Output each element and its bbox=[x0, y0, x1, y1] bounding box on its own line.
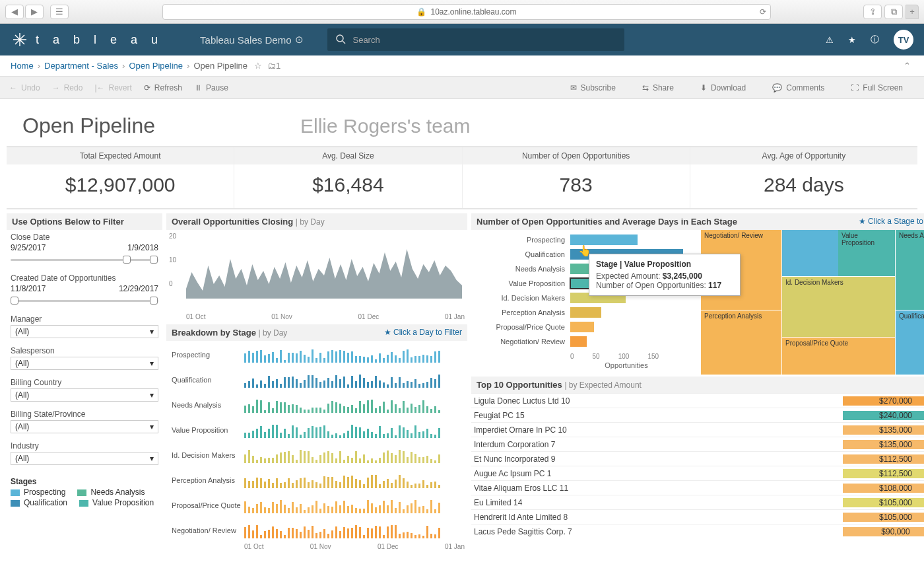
lock-icon: 🔒 bbox=[416, 7, 426, 17]
breadcrumb-home[interactable]: Home bbox=[11, 61, 34, 71]
topops-title: Top 10 Opportunities | by Expected Amoun… bbox=[471, 377, 924, 393]
legend-qualification[interactable]: Qualification bbox=[11, 498, 67, 507]
close-date-label: Close Date bbox=[11, 233, 158, 242]
collapse-icon[interactable]: ⌃ bbox=[901, 61, 913, 71]
opportunity-row[interactable]: Hendrerit Id Ante Limited 8 $105,000 bbox=[471, 509, 924, 524]
breadcrumb: Home› Department - Sales› Open Pipeline›… bbox=[0, 55, 924, 77]
chevron-down-icon: ▾ bbox=[150, 454, 154, 463]
stage-x-label: Opportunities bbox=[471, 361, 696, 369]
site-name: Tableau Sales Demo bbox=[200, 34, 291, 46]
browser-back-button[interactable]: ◀ bbox=[5, 5, 24, 19]
browser-new-tab-button[interactable]: + bbox=[906, 5, 919, 19]
stage-bar-row[interactable]: Proposal/Price Quote bbox=[477, 320, 690, 334]
favorite-star-icon[interactable]: ☆ bbox=[254, 61, 262, 71]
treemap-needs-analysis[interactable]: Needs Analysis bbox=[896, 230, 924, 310]
chevron-down-icon: ▾ bbox=[150, 359, 154, 368]
user-avatar[interactable]: TV bbox=[894, 30, 913, 50]
browser-share-button[interactable]: ⇪ bbox=[863, 5, 882, 19]
refresh-button[interactable]: ⟳Refresh bbox=[144, 83, 182, 92]
breakdown-hint[interactable]: ★Click a Day to Filter bbox=[384, 328, 462, 337]
breakdown-row[interactable]: Id. Decision Makers bbox=[172, 443, 462, 468]
stage-bar-row[interactable]: Perception Analysis bbox=[477, 305, 690, 320]
treemap-perception-analysis[interactable]: Perception Analysis bbox=[701, 310, 781, 375]
kpi-label: Avg. Age of Opportunity bbox=[690, 147, 917, 164]
revert-button[interactable]: |←Revert bbox=[94, 83, 131, 92]
undo-button[interactable]: ←Undo bbox=[9, 83, 40, 92]
kpi-card: Avg. Age of Opportunity 284 days bbox=[690, 147, 917, 208]
breakdown-row[interactable]: Prospecting bbox=[172, 342, 462, 367]
opportunity-row[interactable]: Augue Ac Ipsum PC 1 $112,500 bbox=[471, 466, 924, 480]
browser-forward-button[interactable]: ▶ bbox=[25, 5, 44, 19]
favorites-icon[interactable]: ★ bbox=[848, 35, 856, 45]
views-icon[interactable]: 🗂1 bbox=[267, 61, 280, 71]
breakdown-row[interactable]: Qualification bbox=[172, 367, 462, 392]
filter-dropdown[interactable]: (All)▾ bbox=[11, 420, 158, 433]
mail-icon: ✉ bbox=[570, 83, 577, 92]
overall-area-chart[interactable]: 20100 bbox=[166, 230, 467, 313]
svg-point-4 bbox=[337, 35, 343, 42]
opportunity-row[interactable]: Et Nunc Incorporated 9 $112,500 bbox=[471, 451, 924, 466]
filter-dropdown[interactable]: (All)▾ bbox=[11, 388, 158, 402]
search-input[interactable]: Search bbox=[327, 28, 624, 51]
legend-value-proposition[interactable]: Value Proposition bbox=[79, 498, 154, 507]
breadcrumb-dept[interactable]: Department - Sales bbox=[44, 61, 118, 71]
filter-dropdown[interactable]: (All)▾ bbox=[11, 452, 158, 465]
breadcrumb-workbook[interactable]: Open Pipeline bbox=[129, 61, 183, 71]
breakdown-chart[interactable]: ProspectingQualificationNeeds AnalysisVa… bbox=[166, 341, 467, 543]
treemap-qualification[interactable]: Qualification bbox=[896, 310, 924, 375]
top-opportunities-list: Ligula Donec Luctus Ltd 10 $270,000 Feug… bbox=[471, 393, 924, 538]
kpi-value: $12,907,000 bbox=[7, 174, 234, 196]
alerts-icon[interactable]: ⚠ bbox=[826, 35, 834, 45]
tableau-logo[interactable]: t a b l e a u bbox=[11, 30, 163, 49]
site-selector[interactable]: Tableau Sales Demo ⊙ bbox=[200, 34, 304, 46]
kpi-value: 783 bbox=[463, 174, 690, 196]
subscribe-button[interactable]: ✉Subscribe bbox=[570, 83, 616, 92]
opportunity-row[interactable]: Eu Limited 14 $105,000 bbox=[471, 495, 924, 509]
stage-treemap[interactable]: Negotiation/ Review Value Proposition Ne… bbox=[701, 230, 924, 373]
treemap-proposal-price-quote[interactable]: Proposal/Price Quote bbox=[782, 338, 895, 375]
info-icon[interactable]: ⓘ bbox=[871, 34, 879, 46]
kpi-card: Avg. Deal Size $16,484 bbox=[234, 147, 462, 208]
opportunity-row[interactable]: Feugiat PC 15 $240,000 bbox=[471, 408, 924, 422]
share-icon: ⇆ bbox=[642, 83, 649, 92]
opportunity-row[interactable]: Interdum Corporation 7 $135,000 bbox=[471, 437, 924, 451]
download-button[interactable]: ⬇Download bbox=[700, 83, 746, 92]
close-date-slider[interactable] bbox=[11, 254, 158, 266]
reload-icon[interactable]: ⟳ bbox=[760, 7, 766, 17]
legend-needs-analysis[interactable]: Needs Analysis bbox=[77, 488, 145, 497]
breakdown-row[interactable]: Value Proposition bbox=[172, 417, 462, 443]
breakdown-row[interactable]: Proposal/Price Quote bbox=[172, 493, 462, 518]
tableau-header: t a b l e a u Tableau Sales Demo ⊙ Searc… bbox=[0, 24, 924, 55]
legend-prospecting[interactable]: Prospecting bbox=[11, 488, 65, 497]
kpi-card: Total Expected Amount $12,907,000 bbox=[7, 147, 234, 208]
redo-button[interactable]: →Redo bbox=[52, 83, 83, 92]
filter-dropdown[interactable]: (All)▾ bbox=[11, 357, 158, 370]
browser-tabs-button[interactable]: ⧉ bbox=[884, 5, 903, 19]
browser-sidebar-button[interactable]: ☰ bbox=[50, 5, 69, 19]
opportunity-row[interactable]: Imperdiet Ornare In PC 10 $135,000 bbox=[471, 422, 924, 437]
fullscreen-button[interactable]: ⛶Full Screen bbox=[851, 83, 903, 92]
opportunity-row[interactable]: Ligula Donec Luctus Ltd 10 $270,000 bbox=[471, 393, 924, 408]
kpi-label: Number of Open Opportunities bbox=[463, 147, 690, 164]
kpi-value: 284 days bbox=[690, 174, 917, 196]
created-date-from: 11/8/2017 bbox=[11, 284, 46, 293]
created-date-slider[interactable] bbox=[11, 295, 158, 307]
stage-bar-row[interactable]: Negotiation/ Review bbox=[477, 334, 690, 349]
kpi-card: Number of Open Opportunities 783 bbox=[463, 147, 690, 208]
opportunity-row[interactable]: Vitae Aliquam Eros LLC 11 $108,000 bbox=[471, 480, 924, 495]
opportunity-row[interactable]: Lacus Pede Sagittis Corp. 7 $90,000 bbox=[471, 524, 924, 538]
breakdown-row[interactable]: Needs Analysis bbox=[172, 392, 462, 417]
breakdown-row[interactable]: Perception Analysis bbox=[172, 468, 462, 493]
created-date-to: 12/29/2017 bbox=[119, 284, 158, 293]
breakdown-row[interactable]: Negotiation/ Review bbox=[172, 518, 462, 543]
comments-button[interactable]: 💬Comments bbox=[772, 83, 824, 92]
download-icon: ⬇ bbox=[700, 83, 707, 92]
browser-url-bar[interactable]: 🔒 10az.online.tableau.com ⟳ bbox=[162, 4, 771, 20]
pause-button[interactable]: ⏸Pause bbox=[194, 83, 228, 92]
chevron-down-icon: ▾ bbox=[150, 327, 154, 336]
filter-dropdown[interactable]: (All)▾ bbox=[11, 325, 158, 338]
stage-hint[interactable]: ★Click a Stage to Filter bbox=[859, 217, 924, 226]
treemap-id-decision-makers[interactable]: Id. Decision Makers bbox=[782, 277, 895, 337]
share-button[interactable]: ⇆Share bbox=[642, 83, 674, 92]
pause-icon: ⏸ bbox=[194, 83, 202, 92]
